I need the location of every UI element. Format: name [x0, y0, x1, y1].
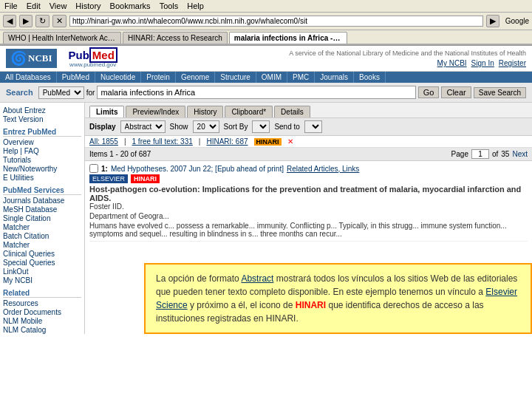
pub-text: Pub: [69, 49, 89, 61]
display-bar: Display Abstract Show 20 Sort By Send to: [85, 118, 532, 136]
stop-button[interactable]: ✕: [52, 15, 66, 27]
sign-in-link[interactable]: Sign In: [471, 59, 494, 67]
menu-view[interactable]: View: [50, 1, 67, 10]
my-ncbi-link[interactable]: My NCBI: [437, 59, 467, 67]
tab-journals[interactable]: Journals: [315, 72, 354, 83]
clear-button[interactable]: Clear: [441, 86, 471, 98]
result-1-checkbox[interactable]: [89, 164, 98, 173]
tab-hinari[interactable]: HINARI: Access to Research: [123, 32, 228, 44]
forward-button[interactable]: ▶: [19, 15, 33, 27]
address-bar[interactable]: [69, 16, 483, 27]
filter-tab-history[interactable]: History: [187, 106, 223, 117]
sidebar-link-e-utilities[interactable]: E Utilities: [3, 174, 81, 182]
tab-pubmed[interactable]: PubMed: [57, 72, 95, 83]
menu-file[interactable]: File: [4, 1, 18, 10]
sidebar-title-entrez: Entrez PubMed: [3, 128, 81, 137]
sidebar-link-new-noteworthy[interactable]: New/Noteworthy: [3, 165, 81, 173]
menu-history[interactable]: History: [75, 1, 100, 10]
go-button[interactable]: ▶: [486, 15, 499, 27]
show-count-select[interactable]: 20: [193, 120, 219, 133]
sidebar-link-my-ncbi[interactable]: My NCBI: [3, 276, 81, 284]
sidebar-link-matcher2[interactable]: Matcher: [3, 241, 81, 249]
next-page-link[interactable]: Next: [512, 150, 528, 158]
sidebar-link-overview[interactable]: Overview: [3, 138, 81, 146]
ncbi-name: NCBI: [28, 52, 52, 64]
tab-genome[interactable]: Genome: [176, 72, 215, 83]
full-text-link[interactable]: 1 free full text: 331: [132, 137, 193, 146]
search-input[interactable]: [97, 86, 415, 99]
elsevier-badge[interactable]: ELSEVIER: [89, 174, 128, 183]
tooltip-text-before-abstract: La opción de formato: [156, 273, 241, 284]
page-content: 🌀 NCBI PubMed www.pubmed.gov A service o…: [0, 46, 532, 334]
sidebar-link-batch-citation[interactable]: Batch Citation: [3, 232, 81, 240]
tab-all-databases[interactable]: All Databases: [0, 72, 57, 83]
sidebar-link-resources[interactable]: Resources: [3, 299, 81, 307]
show-label: Show: [170, 123, 188, 131]
search-for-label: for: [86, 89, 95, 97]
display-format-select[interactable]: Abstract: [120, 120, 166, 133]
google-search: Google: [505, 17, 529, 25]
menu-edit[interactable]: Edit: [27, 1, 41, 10]
filter-tab-preview[interactable]: Preview/Index: [126, 106, 185, 117]
filter-tab-limits[interactable]: Limits: [89, 106, 124, 117]
sidebar-link-text-version[interactable]: Text Version: [3, 115, 81, 123]
sidebar-link-about-entrez[interactable]: About Entrez: [3, 106, 81, 115]
sidebar-link-linkout[interactable]: LinkOut: [3, 267, 81, 276]
tab-books[interactable]: Books: [354, 72, 386, 83]
hinari-active-badge: HINARI: [254, 138, 282, 146]
tab-omim[interactable]: OMIM: [256, 72, 287, 83]
page-label: Page: [451, 150, 468, 158]
of-pages-label: of: [492, 150, 498, 158]
save-search-button[interactable]: Save Search: [474, 87, 526, 98]
menu-bookmarks[interactable]: Bookmarks: [110, 1, 151, 10]
sort-select[interactable]: [252, 120, 270, 133]
ncbi-logo-area: 🌀 NCBI PubMed www.pubmed.gov: [6, 49, 117, 68]
search-database-select[interactable]: PubMed: [38, 86, 84, 99]
tab-pmc[interactable]: PMC: [287, 72, 315, 83]
send-to-select[interactable]: [304, 120, 322, 133]
register-link[interactable]: Register: [499, 59, 526, 67]
sidebar-link-journals-db[interactable]: Journals Database: [3, 197, 81, 205]
page-number-input[interactable]: [471, 149, 489, 159]
tab-protein[interactable]: Protein: [141, 72, 176, 83]
tooltip-hinari-word: HINARI: [296, 300, 326, 310]
menu-help[interactable]: Help: [187, 1, 204, 10]
sidebar-about-entrez: About Entrez Text Version: [3, 106, 81, 123]
sidebar-link-help-faq[interactable]: Help | FAQ: [3, 147, 81, 155]
result-1-title[interactable]: Host-pathogen co-evolution: Implications…: [89, 185, 528, 202]
tab-structure[interactable]: Structure: [215, 72, 256, 83]
browser-chrome: File Edit View History Bookmarks Tools H…: [0, 0, 532, 46]
related-articles-link[interactable]: Related Articles, Links: [287, 165, 359, 173]
go-search-button[interactable]: Go: [418, 86, 440, 98]
filter-tabs: Limits Preview/Index History Clipboard* …: [85, 103, 532, 118]
hinari-count-link[interactable]: HINARI: 687: [206, 137, 248, 146]
hinari-badge-result[interactable]: HINARI: [131, 174, 160, 183]
filter-tab-clipboard[interactable]: Clipboard*: [225, 106, 273, 117]
tab-who[interactable]: WHO | Health InterNetwork Access ...: [3, 32, 121, 44]
sidebar-link-nlm-catalog[interactable]: NLM Catalog: [3, 326, 81, 334]
sidebar-title-pubmed-services: PubMed Services: [3, 186, 81, 195]
search-bar: Search PubMed for Go Clear Save Search: [0, 83, 532, 103]
med-text: Med: [89, 47, 117, 63]
tab-nucleotide[interactable]: Nucleotide: [95, 72, 141, 83]
menu-bar: File Edit View History Bookmarks Tools H…: [0, 0, 532, 13]
hinari-close-icon[interactable]: ✕: [287, 137, 293, 146]
sidebar-link-order-documents[interactable]: Order Documents: [3, 308, 81, 316]
total-pages-label: 35: [501, 150, 509, 158]
sidebar-link-nlm-mobile[interactable]: NLM Mobile: [3, 317, 81, 325]
reload-button[interactable]: ↻: [35, 15, 50, 27]
back-button[interactable]: ◀: [3, 15, 16, 27]
sidebar-link-special-queries[interactable]: Special Queries: [3, 259, 81, 267]
sort-label: Sort By: [224, 123, 248, 131]
sidebar-link-tutorials[interactable]: Tutorials: [3, 156, 81, 164]
sidebar-link-clinical-queries[interactable]: Clinical Queries: [3, 250, 81, 258]
tab-malaria[interactable]: malaria infections in Africa - Pub...: [229, 32, 347, 44]
sidebar-link-single-citation[interactable]: Single Citation: [3, 214, 81, 222]
sidebar-link-mesh-db[interactable]: MeSH Database: [3, 205, 81, 214]
stats-bar: All: 1855 | 1 free full text: 331 | HINA…: [85, 136, 532, 148]
ncbi-logo: 🌀 NCBI: [6, 49, 57, 68]
all-count-link[interactable]: All: 1855: [89, 137, 118, 146]
filter-tab-details[interactable]: Details: [274, 106, 310, 117]
menu-tools[interactable]: Tools: [160, 1, 179, 10]
sidebar-link-matcher[interactable]: Matcher: [3, 223, 81, 231]
